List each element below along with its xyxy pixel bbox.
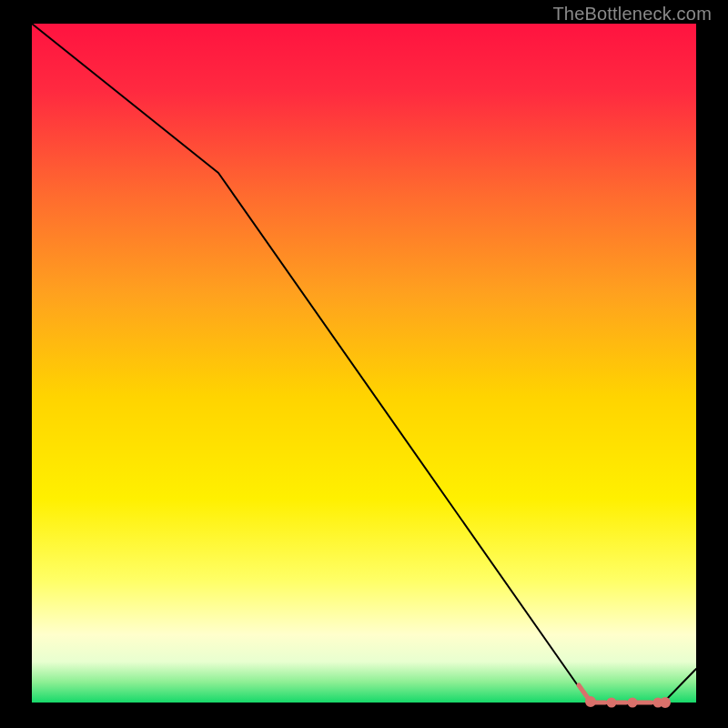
chart-svg (0, 0, 728, 728)
plot-background (32, 24, 696, 703)
svg-point-5 (630, 700, 635, 705)
svg-point-8 (662, 700, 669, 706)
chart-stage: TheBottleneck.com (0, 0, 728, 728)
svg-point-3 (609, 700, 614, 705)
watermark-text: TheBottleneck.com (552, 4, 712, 25)
